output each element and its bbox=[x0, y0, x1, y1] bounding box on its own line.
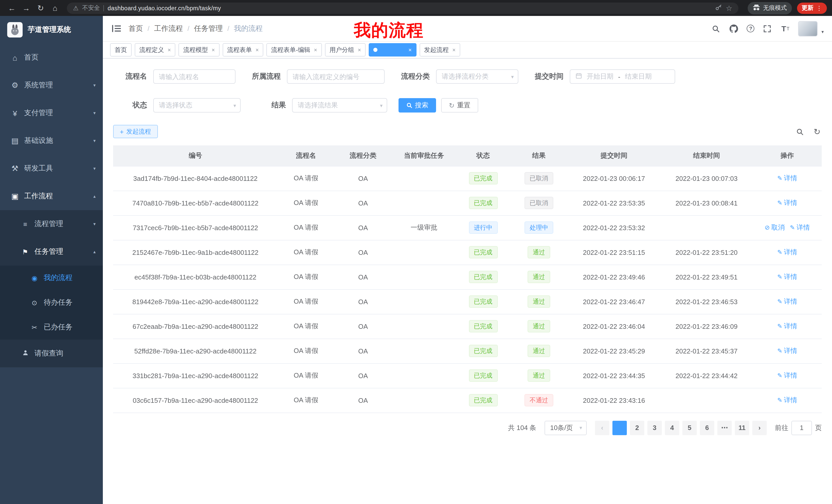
close-icon[interactable]: × bbox=[256, 47, 259, 53]
detail-link[interactable]: ✎详情 bbox=[777, 396, 797, 405]
next-page-button[interactable]: › bbox=[752, 421, 767, 435]
cell-category: OA bbox=[334, 314, 392, 339]
cancel-link[interactable]: ⊘取消 bbox=[765, 223, 785, 232]
page-button-4[interactable]: 4 bbox=[665, 421, 679, 435]
security-warning-label[interactable]: 不安全 bbox=[82, 4, 100, 12]
sidebar-item-label: 首页 bbox=[24, 53, 96, 62]
result-select[interactable]: 请选择流结果▾ bbox=[292, 98, 387, 113]
browser-forward-icon[interactable]: → bbox=[20, 1, 33, 15]
bookmark-star-icon[interactable]: ☆ bbox=[726, 4, 732, 12]
browser-back-icon[interactable]: ← bbox=[5, 1, 19, 15]
process-category-label: 流程分类 bbox=[391, 72, 436, 81]
more-pages-button[interactable]: ⋯ bbox=[717, 421, 732, 435]
sidebar-item-label: 支付管理 bbox=[24, 108, 89, 118]
sidebar-item-payment[interactable]: ¥ 支付管理 ▾ bbox=[0, 99, 103, 127]
refresh-table-icon[interactable]: ↻ bbox=[812, 127, 822, 136]
cell-current-task bbox=[392, 166, 456, 191]
page-button-6[interactable]: 6 bbox=[700, 421, 714, 435]
search-button[interactable]: 搜索 bbox=[398, 98, 436, 113]
sidebar-item-leave-query[interactable]: 请假查询 bbox=[0, 340, 103, 367]
page-button-5[interactable]: 5 bbox=[682, 421, 697, 435]
page-size-select[interactable]: 10条/页▾ bbox=[545, 421, 587, 435]
update-button[interactable]: 更新 ⋮ bbox=[797, 2, 827, 13]
sidebar-item-my-process[interactable]: ◉ 我的流程 bbox=[0, 265, 103, 290]
detail-link[interactable]: ✎详情 bbox=[777, 248, 797, 257]
avatar-caret-icon[interactable]: ▾ bbox=[822, 29, 824, 34]
cell-category: OA bbox=[334, 264, 392, 289]
sidebar-item-todo-tasks[interactable]: ⊙ 待办任务 bbox=[0, 290, 103, 315]
detail-link[interactable]: ✎详情 bbox=[777, 346, 797, 356]
process-category-select[interactable]: 请选择流程分类▾ bbox=[436, 69, 518, 84]
sidebar-item-workflow[interactable]: ▣ 工作流程 ▴ bbox=[0, 183, 103, 210]
reset-button[interactable]: ↻ 重置 bbox=[441, 98, 478, 113]
avatar[interactable] bbox=[798, 21, 818, 36]
page-unit-label: 页 bbox=[815, 423, 822, 432]
tab-process-form[interactable]: 流程表单× bbox=[223, 43, 263, 57]
breadcrumb-item-workflow[interactable]: 工作流程 bbox=[154, 24, 183, 33]
prev-page-button[interactable]: ‹ bbox=[595, 421, 609, 435]
detail-link[interactable]: ✎详情 bbox=[777, 371, 797, 380]
browser-menu-icon[interactable]: ⋮ bbox=[816, 4, 822, 11]
show-search-icon[interactable] bbox=[795, 127, 804, 136]
page-button-2[interactable]: 2 bbox=[630, 421, 644, 435]
cell-status: 已完成 bbox=[456, 264, 510, 289]
sidebar-item-task-management[interactable]: ⚑ 任务管理 ▴ bbox=[0, 238, 103, 265]
password-key-icon[interactable] bbox=[716, 4, 722, 12]
breadcrumb-item-task-management[interactable]: 任务管理 bbox=[194, 24, 223, 33]
github-icon[interactable] bbox=[729, 23, 739, 34]
process-definition-input[interactable] bbox=[287, 69, 385, 84]
page-button-11[interactable]: 11 bbox=[735, 421, 749, 435]
goto-page-input[interactable] bbox=[791, 421, 812, 435]
tab-start-process[interactable]: 发起流程× bbox=[419, 43, 460, 57]
detail-link[interactable]: ✎详情 bbox=[777, 297, 797, 306]
detail-link[interactable]: ✎详情 bbox=[790, 223, 810, 232]
sidebar-collapse-icon[interactable] bbox=[111, 23, 121, 34]
close-icon[interactable]: × bbox=[314, 47, 317, 53]
tab-process-model[interactable]: 流程模型× bbox=[179, 43, 219, 57]
font-size-icon[interactable]: TT bbox=[780, 23, 790, 34]
sidebar-item-label: 基础设施 bbox=[24, 136, 89, 145]
url-text[interactable]: dashboard.yudao.iocoder.cn/bpm/task/my bbox=[108, 5, 221, 11]
process-name-input[interactable] bbox=[153, 69, 235, 84]
browser-reload-icon[interactable]: ↻ bbox=[34, 1, 47, 15]
help-icon[interactable]: ? bbox=[747, 25, 755, 32]
address-bar[interactable]: ⚠ 不安全 dashboard.yudao.iocoder.cn/bpm/tas… bbox=[67, 2, 738, 13]
tab-process-form-edit[interactable]: 流程表单-编辑× bbox=[267, 43, 322, 57]
browser-home-icon[interactable]: ⌂ bbox=[48, 1, 62, 15]
tab-bar: 首页 流程定义× 流程模型× 流程表单× 流程表单-编辑× 用户分组× 我的流程… bbox=[103, 41, 832, 59]
close-icon[interactable]: × bbox=[408, 47, 412, 53]
close-icon[interactable]: × bbox=[358, 47, 361, 53]
annotation-title: 我的流程 bbox=[354, 19, 424, 42]
process-definition-label: 所属流程 bbox=[242, 72, 287, 81]
detail-link[interactable]: ✎详情 bbox=[777, 198, 797, 207]
search-icon[interactable] bbox=[711, 23, 721, 34]
breadcrumb-item-home[interactable]: 首页 bbox=[129, 24, 143, 33]
tab-home[interactable]: 首页 bbox=[110, 43, 132, 57]
page-button-3[interactable]: 3 bbox=[647, 421, 662, 435]
detail-link[interactable]: ✎详情 bbox=[777, 272, 797, 282]
date-range-picker[interactable]: 开始日期 - 结束日期 bbox=[570, 69, 675, 84]
page-button-1[interactable]: 1 bbox=[613, 421, 627, 435]
cell-id: 331bc281-7b9a-11ec-a290-acde48001122 bbox=[113, 363, 278, 388]
tab-my-process[interactable]: 我的流程× bbox=[369, 43, 416, 57]
sidebar-item-system[interactable]: ⚙ 系统管理 ▾ bbox=[0, 72, 103, 99]
detail-link[interactable]: ✎详情 bbox=[777, 174, 797, 183]
sidebar-item-devtools[interactable]: ⚒ 研发工具 ▾ bbox=[0, 155, 103, 183]
sidebar-item-process-management[interactable]: ≡ 流程管理 ▾ bbox=[0, 210, 103, 238]
status-badge: 已完成 bbox=[469, 246, 497, 258]
fullscreen-icon[interactable] bbox=[762, 23, 773, 34]
col-result: 结果 bbox=[510, 145, 568, 166]
sidebar-item-infra[interactable]: ▤ 基础设施 ▾ bbox=[0, 127, 103, 155]
tab-process-definition[interactable]: 流程定义× bbox=[135, 43, 176, 57]
cell-current-task-link[interactable]: 一级审批 bbox=[392, 215, 456, 240]
detail-link[interactable]: ✎详情 bbox=[777, 321, 797, 331]
close-icon[interactable]: × bbox=[212, 47, 215, 53]
start-process-button[interactable]: + 发起流程 bbox=[113, 125, 158, 138]
tab-user-group[interactable]: 用户分组× bbox=[325, 43, 366, 57]
close-icon[interactable]: × bbox=[452, 47, 456, 53]
sidebar-item-home[interactable]: ⌂ 首页 bbox=[0, 44, 103, 72]
status-select[interactable]: 请选择状态▾ bbox=[153, 98, 241, 113]
sidebar-item-done-tasks[interactable]: ✂ 已办任务 bbox=[0, 315, 103, 340]
close-icon[interactable]: × bbox=[167, 47, 171, 53]
sidebar-menu: ⌂ 首页 ⚙ 系统管理 ▾ ¥ 支付管理 ▾ ▤ 基础设施 ▾ bbox=[0, 44, 103, 367]
